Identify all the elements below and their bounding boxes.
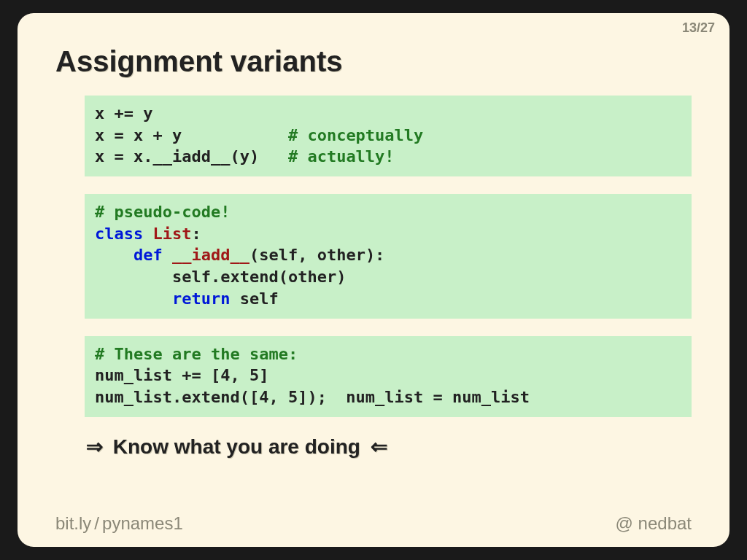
code-comment: # pseudo-code! xyxy=(95,203,230,221)
footer-link-host: bit.ly xyxy=(55,513,91,533)
code-text: : xyxy=(191,225,201,243)
footer-link-path: pynames1 xyxy=(102,513,183,533)
at-icon: @ xyxy=(616,513,633,533)
code-block-1: x += yx = x + y # conceptuallyx = x.__ia… xyxy=(85,96,692,176)
code-text: x = x.__iadd__(y) xyxy=(95,147,288,166)
arrow-left-icon: ⇐ xyxy=(366,435,392,459)
code-keyword: def xyxy=(95,246,163,264)
code-block-3: # These are the same:num_list += [4, 5]n… xyxy=(85,336,692,417)
code-block-2: # pseudo-code!class List: def __iadd__(s… xyxy=(85,194,692,318)
takeaway-line: ⇒ Know what you are doing ⇐ xyxy=(82,435,692,459)
code-text: self.extend(other) xyxy=(95,268,346,286)
slide-title: Assignment variants xyxy=(55,45,692,78)
code-text: self xyxy=(230,289,278,308)
code-keyword: class xyxy=(95,225,143,243)
code-defname: __iadd__ xyxy=(163,246,249,264)
footer-handle: @ nedbat xyxy=(616,513,692,534)
page-total: 27 xyxy=(700,20,715,35)
page-current: 13 xyxy=(682,20,697,35)
footer-link: bit.ly/pynames1 xyxy=(55,513,183,534)
page-counter: 13/27 xyxy=(682,20,715,36)
code-text: num_list.extend([4, 5]); num_list = num_… xyxy=(95,388,530,406)
code-text: num_list += [4, 5] xyxy=(95,366,268,384)
code-comment: # conceptually xyxy=(288,126,423,144)
code-comment: # These are the same: xyxy=(95,345,298,363)
code-comment: # actually! xyxy=(288,147,395,166)
code-keyword: return xyxy=(95,289,230,308)
code-text: (self, other): xyxy=(249,246,384,264)
code-classname: List xyxy=(143,225,191,243)
arrow-right-icon: ⇒ xyxy=(82,435,107,459)
code-text: x = x + y xyxy=(95,126,288,144)
slide-footer: bit.ly/pynames1 @ nedbat xyxy=(55,513,692,534)
code-text: x += y xyxy=(95,104,152,122)
footer-link-sep: / xyxy=(91,513,102,533)
slide: 13/27 Assignment variants x += yx = x + … xyxy=(18,13,729,547)
footer-username: nedbat xyxy=(638,513,692,533)
takeaway-text: Know what you are doing xyxy=(113,435,360,458)
